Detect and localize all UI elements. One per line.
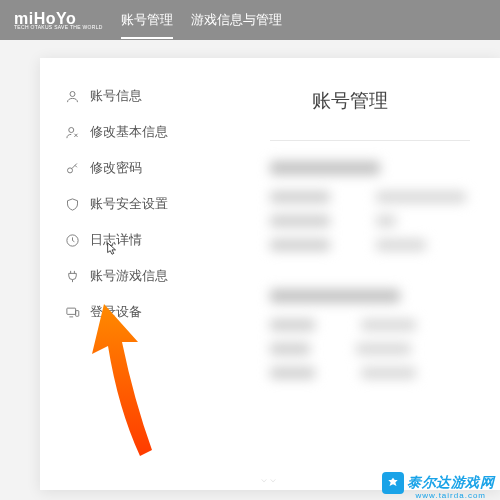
svg-point-1 xyxy=(68,127,73,132)
sidebar: 账号信息 修改基本信息 修改密码 账号安全设置 xyxy=(40,58,210,490)
divider xyxy=(270,140,470,141)
sidebar-item-label: 账号安全设置 xyxy=(90,195,168,213)
sidebar-item-login-devices[interactable]: 登录设备 xyxy=(64,294,210,330)
main-panel: 账号信息 修改基本信息 修改密码 账号安全设置 xyxy=(40,58,500,490)
sidebar-item-label: 账号游戏信息 xyxy=(90,267,168,285)
svg-point-0 xyxy=(70,91,75,96)
sidebar-item-label: 登录设备 xyxy=(90,303,142,321)
nav-tab-account[interactable]: 账号管理 xyxy=(121,3,173,37)
sidebar-item-label: 修改基本信息 xyxy=(90,123,168,141)
logo: miHoYo TECH OTAKUS SAVE THE WORLD xyxy=(14,11,103,30)
user-icon xyxy=(64,88,80,104)
content-heading: 账号管理 xyxy=(230,88,470,114)
resize-handle-icon: ⌵⌵ xyxy=(261,473,279,484)
nav-tab-label: 游戏信息与管理 xyxy=(191,12,282,27)
sidebar-item-security[interactable]: 账号安全设置 xyxy=(64,186,210,222)
stage: 账号信息 修改基本信息 修改密码 账号安全设置 xyxy=(0,40,500,500)
svg-point-2 xyxy=(67,167,72,172)
edit-user-icon xyxy=(64,124,80,140)
sidebar-item-game-info[interactable]: 账号游戏信息 xyxy=(64,258,210,294)
sidebar-item-label: 账号信息 xyxy=(90,87,142,105)
svg-rect-4 xyxy=(66,308,75,314)
sidebar-item-change-password[interactable]: 修改密码 xyxy=(64,150,210,186)
svg-rect-5 xyxy=(75,310,78,316)
shield-icon xyxy=(64,196,80,212)
device-icon xyxy=(64,304,80,320)
sidebar-item-label: 修改密码 xyxy=(90,159,142,177)
sidebar-item-log-details[interactable]: 日志详情 xyxy=(64,222,210,258)
sidebar-item-edit-basic[interactable]: 修改基本信息 xyxy=(64,114,210,150)
clock-icon xyxy=(64,232,80,248)
nav-tab-label: 账号管理 xyxy=(121,12,173,27)
logo-subtext: TECH OTAKUS SAVE THE WORLD xyxy=(14,25,103,30)
content-area: 账号管理 xyxy=(210,58,500,490)
nav-tab-game-info[interactable]: 游戏信息与管理 xyxy=(191,3,282,37)
sidebar-item-label: 日志详情 xyxy=(90,231,142,249)
blurred-details xyxy=(270,161,470,379)
plug-icon xyxy=(64,268,80,284)
top-bar: miHoYo TECH OTAKUS SAVE THE WORLD 账号管理 游… xyxy=(0,0,500,40)
key-icon xyxy=(64,160,80,176)
sidebar-item-account-info[interactable]: 账号信息 xyxy=(64,78,210,114)
